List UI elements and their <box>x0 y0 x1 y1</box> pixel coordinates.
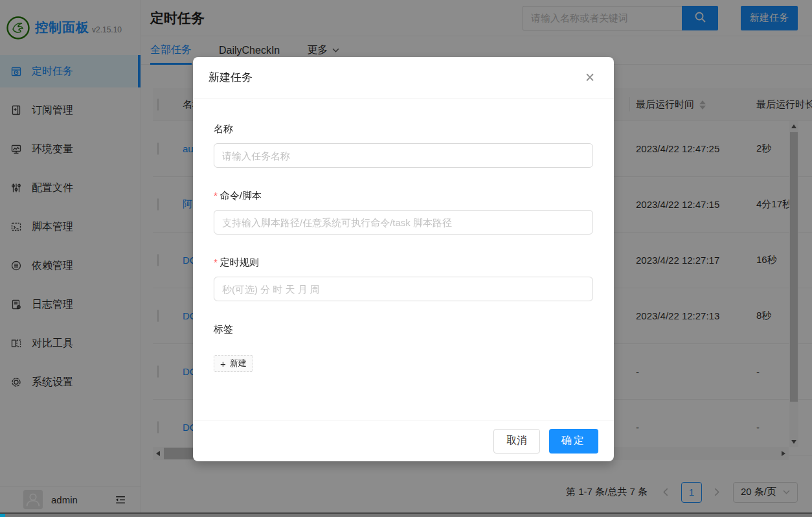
add-tag-label: 新建 <box>230 358 247 369</box>
form-item-command: *命令/脚本 <box>214 190 593 235</box>
add-tag-button[interactable]: + 新建 <box>214 355 253 372</box>
plus-icon: + <box>220 358 226 369</box>
field-label: 命令/脚本 <box>220 190 262 201</box>
required-asterisk: * <box>214 190 218 201</box>
modal-body: 名称 *命令/脚本 *定时规则 标签 + 新建 <box>193 98 614 420</box>
modal-footer: 取消 确定 <box>193 420 614 461</box>
ok-button[interactable]: 确定 <box>549 429 598 454</box>
schedule-rule-input[interactable] <box>214 277 593 301</box>
create-task-modal: 新建任务 × 名称 *命令/脚本 *定时规则 标签 + 新建 取消 确定 <box>193 57 614 461</box>
form-item-schedule: *定时规则 <box>214 257 593 301</box>
command-input[interactable] <box>214 210 593 235</box>
close-icon[interactable]: × <box>579 66 601 88</box>
form-item-tags: 标签 + 新建 <box>214 323 593 372</box>
field-label: 名称 <box>214 123 593 135</box>
modal-title: 新建任务 <box>209 70 253 85</box>
required-asterisk: * <box>214 257 218 268</box>
field-label: 定时规则 <box>220 257 259 268</box>
taskbar-strip <box>0 512 812 517</box>
cancel-button[interactable]: 取消 <box>493 429 540 454</box>
modal-header: 新建任务 × <box>193 57 614 98</box>
taskbar-accent <box>0 514 5 517</box>
tags-label: 标签 <box>214 323 593 336</box>
task-name-input[interactable] <box>214 143 593 168</box>
form-item-name: 名称 <box>214 123 593 168</box>
